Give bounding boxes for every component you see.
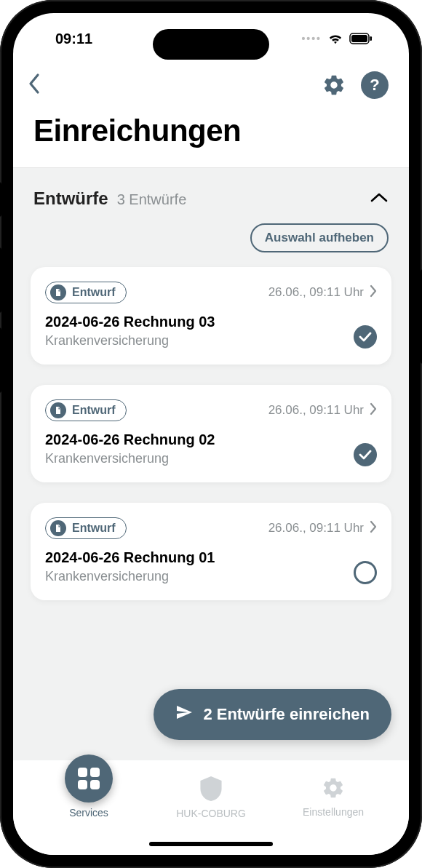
cellular-dots-icon: •••• xyxy=(301,33,322,44)
chevron-up-icon[interactable] xyxy=(370,191,389,206)
screen: 09:11 •••• ? Einreichunge xyxy=(13,13,409,855)
draft-card[interactable]: Entwurf 26.06., 09:11 Uhr 2024-06-26 Rec… xyxy=(31,503,391,600)
section-count: 3 Entwürfe xyxy=(117,191,187,208)
status-indicators: •••• xyxy=(301,32,373,45)
badge-label: Entwurf xyxy=(72,286,116,299)
document-icon xyxy=(50,284,66,300)
dynamic-island xyxy=(153,29,269,60)
tab-settings[interactable]: Einstellungen xyxy=(290,769,377,818)
tab-label: Services xyxy=(69,807,108,819)
home-indicator xyxy=(149,842,273,846)
empty-circle-icon xyxy=(354,561,377,584)
svg-rect-2 xyxy=(370,36,373,41)
clear-selection-button[interactable]: Auswahl aufheben xyxy=(250,223,389,252)
status-time: 09:11 xyxy=(55,31,92,47)
card-title: 2024-06-26 Rechnung 01 xyxy=(45,549,377,566)
card-date: 26.06., 09:11 Uhr xyxy=(268,284,377,301)
services-icon xyxy=(65,754,113,803)
selection-actions: Auswahl aufheben xyxy=(13,216,409,267)
tab-label: HUK-COBURG xyxy=(176,808,246,819)
side-button xyxy=(0,182,1,217)
submit-label: 2 Entwürfe einreichen xyxy=(203,705,370,724)
tab-bar: Services HUK-COBURG Einstellungen xyxy=(13,760,409,855)
side-button xyxy=(0,327,1,393)
document-icon xyxy=(50,402,66,418)
settings-button[interactable] xyxy=(320,71,348,99)
draft-card[interactable]: Entwurf 26.06., 09:11 Uhr 2024-06-26 Rec… xyxy=(31,385,391,482)
chevron-right-icon xyxy=(370,284,377,301)
tab-brand[interactable]: HUK-COBURG xyxy=(167,769,255,819)
chevron-right-icon xyxy=(370,520,377,537)
selection-checkbox[interactable] xyxy=(354,325,377,349)
side-button xyxy=(0,247,1,313)
card-subtitle: Krankenversicherung xyxy=(45,451,377,466)
tab-label: Einstellungen xyxy=(303,806,364,818)
shield-icon xyxy=(200,776,222,803)
card-title: 2024-06-26 Rechnung 02 xyxy=(45,431,377,448)
submit-button[interactable]: 2 Entwürfe einreichen xyxy=(154,689,391,740)
draft-card[interactable]: Entwurf 26.06., 09:11 Uhr 2024-06-26 Rec… xyxy=(31,267,391,365)
battery-icon xyxy=(349,33,373,44)
help-button[interactable]: ? xyxy=(361,71,389,99)
send-icon xyxy=(175,704,193,725)
draft-badge: Entwurf xyxy=(45,399,127,421)
section-header[interactable]: Entwürfe 3 Entwürfe xyxy=(13,168,409,216)
card-date: 26.06., 09:11 Uhr xyxy=(268,402,377,419)
tab-services[interactable]: Services xyxy=(45,769,132,819)
back-button[interactable] xyxy=(28,73,41,97)
selection-checkbox[interactable] xyxy=(354,443,377,466)
chevron-right-icon xyxy=(370,402,377,419)
selection-checkbox[interactable] xyxy=(354,561,377,584)
card-subtitle: Krankenversicherung xyxy=(45,333,377,349)
gear-icon xyxy=(322,776,345,802)
phone-frame: 09:11 •••• ? Einreichunge xyxy=(0,0,422,868)
badge-label: Entwurf xyxy=(72,522,116,535)
section-title: Entwürfe xyxy=(33,188,108,209)
badge-label: Entwurf xyxy=(72,404,116,417)
top-nav: ? xyxy=(13,64,409,106)
draft-badge: Entwurf xyxy=(45,517,127,539)
svg-rect-1 xyxy=(351,35,367,42)
card-date: 26.06., 09:11 Uhr xyxy=(268,520,377,537)
content-area: Entwürfe 3 Entwürfe Auswahl aufheben xyxy=(13,167,409,760)
card-title: 2024-06-26 Rechnung 03 xyxy=(45,314,377,330)
checkmark-icon xyxy=(354,443,377,466)
draft-badge: Entwurf xyxy=(45,282,127,303)
wifi-icon xyxy=(327,32,343,45)
checkmark-icon xyxy=(354,325,377,349)
document-icon xyxy=(50,520,66,536)
card-subtitle: Krankenversicherung xyxy=(45,569,377,584)
page-title: Einreichungen xyxy=(13,106,409,167)
